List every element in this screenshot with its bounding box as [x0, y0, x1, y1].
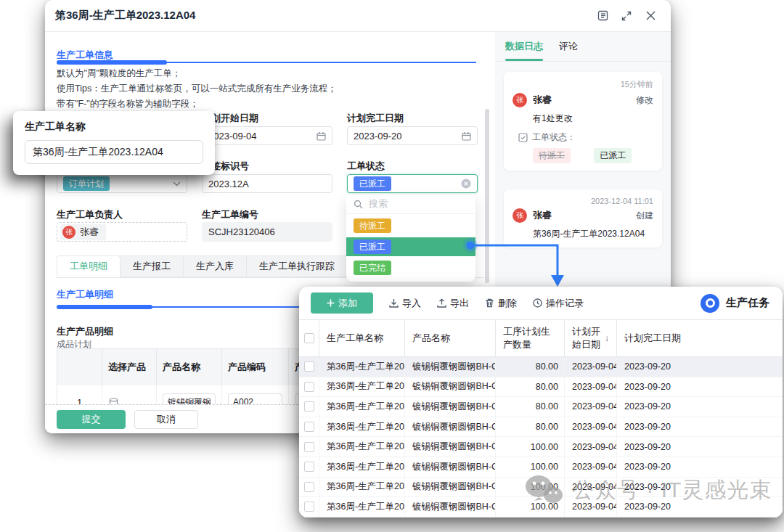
tab-execution-tracking[interactable]: 生产工单执行跟踪 — [247, 255, 348, 277]
row-checkbox[interactable] — [304, 502, 314, 512]
log-panel-icon[interactable] — [597, 10, 608, 22]
status-select[interactable]: 已派工 — [347, 174, 478, 193]
table-row[interactable]: 第36周-生产工单2023.12A04 镀锡铜覆钢圆钢BH-GW-R12 100… — [299, 497, 783, 517]
plan-start-input[interactable]: 2023-09-04 — [202, 126, 332, 145]
log-action: 创建 — [636, 210, 653, 222]
table-cell: 2023-09-04 — [565, 497, 617, 517]
col-plan-start[interactable]: 计划开始日期↓ — [565, 320, 617, 356]
form-description: 默认为"周"颗粒度的生产工单； 使用Tips：生产工单通过标签页，可以一站式完成… — [57, 66, 337, 112]
table-cell: 2023-09-20 — [617, 417, 783, 437]
trash-icon — [485, 298, 494, 308]
export-button[interactable]: 导出 — [437, 297, 469, 310]
table-row[interactable]: 第36周-生产工单2023.12A04 镀锡铜覆钢圆钢BH-GW-R10 80.… — [299, 377, 783, 398]
row-checkbox[interactable] — [304, 361, 314, 372]
plus-icon — [327, 299, 335, 307]
sort-desc-icon[interactable]: ↓ — [605, 333, 609, 343]
table-row[interactable]: 第36周-生产工单2023.12A04 镀锡铜覆钢圆钢BH-GW-R12 100… — [299, 478, 783, 498]
export-icon — [437, 298, 446, 308]
table-cell: 100.00 — [496, 437, 565, 457]
tasks-table-header: 生产工单名称 产品名称 工序计划生产数量 计划开始日期↓ 计划完工日期 — [299, 319, 783, 357]
table-row[interactable]: 第36周-生产工单2023.12A04 镀锡铜覆钢圆钢BH-GW-R12 100… — [299, 437, 783, 457]
table-cell: 80.00 — [496, 377, 565, 397]
tasks-toolbar: 添加 导入 导出 删除 操作记录 生产任务 — [299, 287, 783, 319]
tab-work-order-detail[interactable]: 工单明细 — [57, 255, 121, 277]
tab-comments[interactable]: 评论 — [559, 32, 578, 61]
col-select-product: 选择产品 — [102, 349, 157, 385]
submit-button[interactable]: 提交 — [57, 410, 126, 429]
tab-production-report[interactable]: 生产报工 — [121, 255, 184, 277]
owner-field[interactable]: 张 张睿 — [57, 222, 187, 242]
tab-production-inbound[interactable]: 生产入库 — [184, 255, 247, 277]
row-checkbox[interactable] — [304, 422, 314, 432]
tasks-table-body: 第36周-生产工单2023.12A04 镀锡铜覆钢圆钢BH-GW-R10 80.… — [299, 357, 783, 517]
table-cell: 2023-09-04 — [565, 357, 617, 377]
log-time: 2023-12-04 11:01 — [513, 197, 653, 205]
table-cell: 2023-09-20 — [617, 457, 783, 477]
section-title-info: 生产工单信息 — [57, 49, 113, 60]
avatar: 张 — [513, 93, 527, 107]
order-no-label: 生产工单编号 — [202, 208, 258, 221]
avatar: 张 — [62, 226, 75, 239]
table-row[interactable]: 第36周-生产工单2023.12A04 镀锡铜覆钢圆钢BH-GW-R10 80.… — [299, 357, 783, 377]
table-row[interactable]: 第36周-生产工单2023.12A04 镀锡铜覆钢圆钢BH-GW-R10 80.… — [299, 417, 783, 438]
table-cell: 第36周-生产工单2023.12A04 — [319, 377, 405, 397]
dropdown-search-input[interactable]: 搜索 — [346, 195, 475, 214]
plan-finish-input[interactable]: 2023-09-20 — [347, 126, 478, 145]
table-cell: 2023-09-04 — [565, 457, 617, 477]
add-button[interactable]: 添加 — [311, 292, 373, 314]
table-cell: 80.00 — [496, 417, 565, 437]
table-cell: 第36周-生产工单2023.12A04 — [319, 417, 405, 437]
status-value-tag: 已派工 — [354, 176, 391, 191]
table-cell: 2023-09-04 — [565, 397, 617, 417]
log-summary: 有1处更改 — [533, 112, 653, 125]
row-checkbox[interactable] — [304, 462, 314, 472]
tag-id-input[interactable]: 2023.12A — [202, 174, 332, 193]
import-button[interactable]: 导入 — [389, 297, 421, 310]
close-icon[interactable] — [645, 10, 656, 22]
row-checkbox[interactable] — [304, 401, 314, 412]
tab-data-log[interactable]: 数据日志 — [505, 32, 543, 61]
table-cell: 80.00 — [496, 357, 565, 377]
table-cell: 2023-09-04 — [565, 437, 617, 457]
log-user: 张睿 — [533, 209, 552, 222]
status-option-dispatched[interactable]: 已派工 — [346, 237, 475, 256]
log-time: 15分钟前 — [513, 79, 653, 90]
scrollbar[interactable] — [485, 109, 489, 283]
table-cell: 2023-09-04 — [565, 478, 617, 497]
expand-icon[interactable] — [621, 10, 632, 22]
col-product-code: 产品编码 — [222, 349, 289, 385]
production-task-icon — [701, 294, 719, 313]
owner-name: 张睿 — [80, 226, 99, 239]
status-option-pending[interactable]: 待派工 — [346, 216, 475, 235]
cancel-button[interactable]: 取消 — [134, 410, 198, 429]
table-row[interactable]: 第36周-生产工单2023.12A04 镀锡铜覆钢圆钢BH-GW-R10 80.… — [299, 397, 783, 417]
delete-button[interactable]: 删除 — [485, 297, 517, 310]
table-cell: 100.00 — [496, 457, 565, 477]
owner-label: 生产工单负责人 — [57, 208, 123, 221]
import-icon — [389, 298, 399, 308]
table-cell: 2023-09-04 — [565, 377, 617, 397]
order-type-select[interactable]: 订单计划 — [57, 174, 187, 193]
col-work-order-name: 生产工单名称 — [319, 320, 405, 356]
table-cell: 2023-09-20 — [617, 478, 783, 497]
table-cell: 100.00 — [496, 497, 565, 517]
select-all-checkbox[interactable] — [304, 333, 314, 343]
table-cell: 镀锡铜覆钢圆钢BH-GW-R10 — [405, 397, 496, 417]
row-checkbox[interactable] — [304, 482, 314, 492]
calendar-icon — [462, 131, 471, 141]
table-cell: 2023-09-04 — [565, 417, 617, 437]
row-checkbox[interactable] — [304, 442, 314, 452]
work-order-name-input[interactable] — [25, 140, 203, 164]
history-button[interactable]: 操作记录 — [533, 297, 584, 310]
status-option-completed[interactable]: 已完结 — [346, 258, 475, 277]
brand-label: 生产任务 — [726, 296, 769, 310]
field-name-tooltip: 生产工单名称 — [13, 111, 215, 175]
table-cell: 第36周-生产工单2023.12A04 — [319, 478, 405, 497]
clear-icon[interactable] — [461, 179, 471, 189]
avatar: 张 — [513, 208, 527, 223]
table-cell: 镀锡铜覆钢圆钢BH-GW-R12 — [405, 457, 496, 477]
table-row[interactable]: 第36周-生产工单2023.12A04 镀锡铜覆钢圆钢BH-GW-R12 100… — [299, 457, 783, 478]
status-label: 工单状态 — [347, 160, 385, 173]
row-checkbox[interactable] — [304, 382, 314, 392]
log-action: 修改 — [636, 94, 653, 107]
